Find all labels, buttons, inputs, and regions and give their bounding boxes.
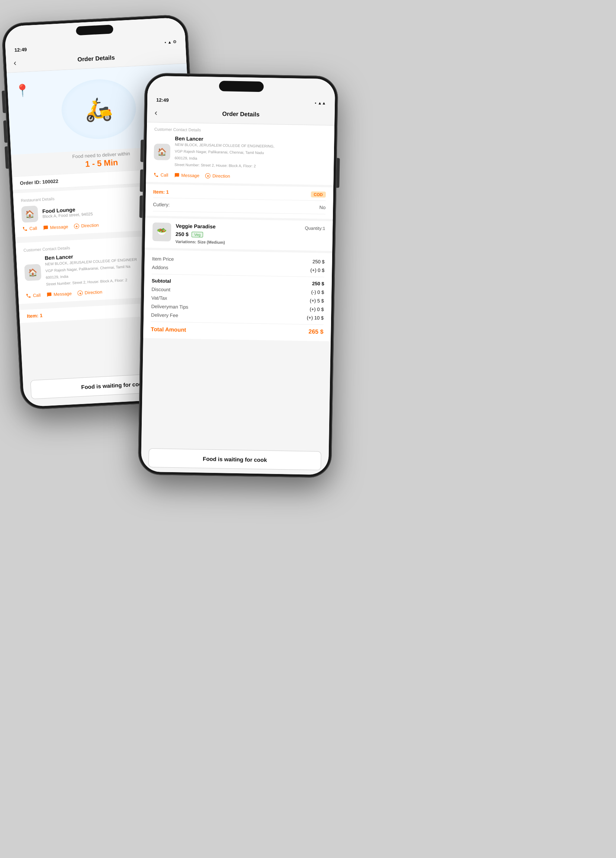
veg-badge: Veg (192, 232, 203, 237)
item-price-label: Item Price (152, 256, 174, 262)
items-section-2: Item: 1 COD Cutlery: No (146, 184, 333, 219)
bottom-action-btn-2[interactable]: Food is waiting for cook (148, 448, 321, 470)
restaurant-direction-btn[interactable]: ◈ Direction (74, 222, 99, 229)
item-count-2: 1 (166, 189, 169, 194)
total-row: Total Amount 265 $ (151, 324, 323, 337)
battery-icon-2: ▪ (315, 101, 316, 105)
item-price-val: 250 $ (312, 259, 325, 264)
cutlery-row: Cutlery: No (153, 197, 326, 214)
back-button-2[interactable]: ‹ (154, 108, 157, 118)
food-price: 250 $ (175, 231, 189, 237)
vat-label: Vat/Tax (151, 295, 168, 301)
page-title-2: Order Details (222, 110, 260, 118)
item-label-2: Item: 1 (153, 189, 169, 194)
restaurant-call-btn[interactable]: Call (22, 226, 37, 232)
variations-text: Variations: Size (Medium) (175, 239, 325, 246)
customer-row-2: 🏠 Ben Lancer NEW BLOCK, JERUSALEM COLLEG… (154, 135, 327, 171)
customer-message-btn-2[interactable]: Message (174, 173, 199, 178)
subtotal-val: 250 $ (312, 281, 324, 286)
phone-icon-2 (26, 293, 31, 299)
notch-2 (219, 81, 264, 92)
wifi-icon-1: ⊙ (173, 39, 177, 44)
qty-label: Quantity:1 (305, 225, 325, 231)
delivery-fee-val: (+) 10 $ (307, 315, 324, 321)
bottom-btn-area-2: Food is waiting for cook (141, 444, 329, 475)
food-thumbnail: 🥗 (152, 222, 171, 241)
total-label: Total Amount (151, 326, 186, 333)
phone-2-screen: 12:49 ▪ ▲▲ ‹ Order Details Customer Cont… (141, 76, 335, 475)
customer-message-btn[interactable]: Message (47, 291, 72, 298)
customer-call-btn-2[interactable]: Call (154, 172, 169, 178)
time-2: 12:49 (156, 97, 169, 103)
signal-icon-1: ▲ (168, 39, 172, 44)
order-id-text: Order ID: 100022 (20, 178, 58, 186)
restaurant-message-btn[interactable]: Message (43, 224, 68, 231)
food-name-row: Veggie Paradise Quantity:1 (175, 223, 325, 232)
tips-val: (+) 0 $ (309, 306, 324, 312)
addons-label: Addons (152, 264, 168, 270)
message-icon-3 (174, 173, 179, 178)
customer-avatar: 🏠 (24, 264, 41, 281)
restaurant-info: Food Lounge Block A, Food street, 94025 (42, 206, 93, 219)
price-veg-row: 250 $ Veg (175, 230, 325, 240)
map-illustration: 🛵 (60, 78, 137, 141)
direction-icon: ◈ (74, 224, 80, 229)
cutlery-value: No (319, 205, 326, 210)
customer-avatar-2: 🏠 (154, 144, 171, 160)
order-id-value: 100022 (42, 178, 58, 185)
food-name: Veggie Paradise (175, 223, 216, 230)
item-count-label-1: Item: 1 (27, 312, 43, 319)
customer-call-btn[interactable]: Call (26, 292, 40, 298)
customer-addr1-2: NEW BLOCK, JERUSALEM COLLEGE OF ENGINEER… (175, 142, 275, 149)
customer-contact-section-2: Customer Contact Details 🏠 Ben Lancer NE… (146, 123, 334, 185)
phone-icon-3 (154, 172, 159, 177)
customer-direction-btn[interactable]: ◈ Direction (78, 289, 102, 296)
vat-val: (+) 5 $ (310, 298, 324, 304)
food-info: Veggie Paradise Quantity:1 250 $ Veg Var… (175, 223, 325, 246)
pricing-section: Item Price 250 $ Addons (+) 0 $ Subtotal… (143, 250, 332, 342)
phone-icon (22, 226, 28, 232)
page-title-1: Order Details (78, 54, 115, 63)
discount-val: (-) 0 $ (311, 289, 324, 295)
item-row-header: Item: 1 COD (153, 189, 326, 197)
tips-label: Deliveryman Tips (151, 304, 188, 310)
customer-info-2: Ben Lancer NEW BLOCK, JERUSALEM COLLEGE … (174, 135, 275, 171)
customer-name-2: Ben Lancer (175, 135, 275, 143)
customer-direction-btn-2[interactable]: ◈ Direction (205, 173, 230, 179)
customer-addr4-2: Street Number: Street 2, House: Block A,… (174, 162, 274, 169)
battery-icon-1: ▪ (164, 40, 166, 44)
food-item-card: 🥗 Veggie Paradise Quantity:1 250 $ Veg V… (145, 218, 332, 251)
message-icon (43, 225, 48, 231)
back-button-1[interactable]: ‹ (13, 58, 17, 68)
customer-addr3-2: 600129, India (174, 155, 274, 163)
message-icon-2 (47, 292, 52, 298)
cod-badge: COD (310, 191, 326, 197)
cutlery-label: Cutlery: (153, 202, 170, 208)
phone-2: 12:49 ▪ ▲▲ ‹ Order Details Customer Cont… (138, 73, 338, 478)
item-count-value-1: 1 (40, 312, 43, 318)
nav-bar-2: ‹ Order Details (147, 105, 335, 126)
delivery-illustration: 🛵 (84, 95, 113, 123)
signal-icon-2: ▲▲ (318, 101, 326, 105)
time-1: 12:49 (14, 47, 27, 53)
discount-label: Discount (151, 286, 171, 292)
total-val: 265 $ (308, 328, 323, 335)
delivery-fee-label: Delivery Fee (151, 312, 178, 318)
addons-val: (+) 0 $ (310, 267, 324, 273)
restaurant-avatar: 🏠 (21, 205, 38, 222)
direction-icon-3: ◈ (205, 173, 211, 178)
customer-addr2-2: VGP Rajesh Nagar, Pallikaranai, Chennai,… (175, 149, 275, 156)
customer-info: Ben Lancer NEW BLOCK, JERUSALEM COLLEGE … (45, 250, 138, 289)
subtotal-label: Subtotal (152, 278, 171, 284)
direction-icon-2: ◈ (78, 290, 83, 296)
customer-section-label-2: Customer Contact Details (154, 127, 327, 134)
pin-start-icon: 📍 (15, 83, 31, 98)
customer-actions-2: Call Message ◈ Direction (154, 172, 326, 180)
